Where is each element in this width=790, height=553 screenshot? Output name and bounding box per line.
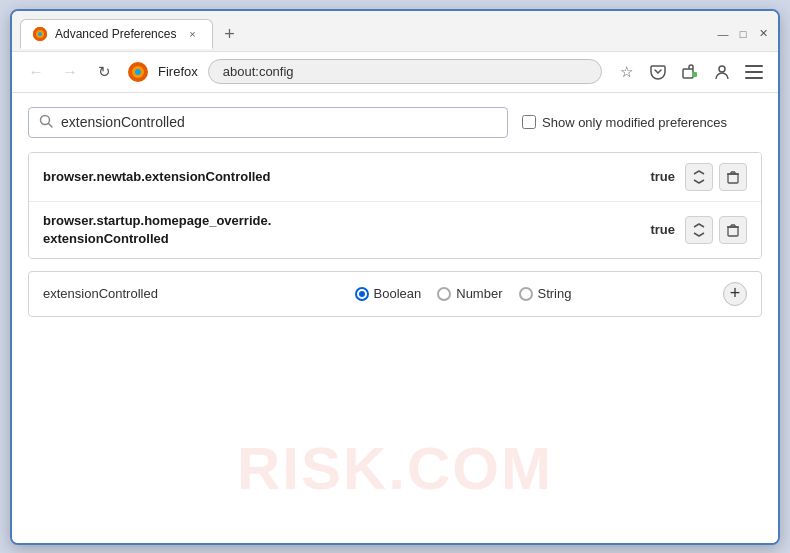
hamburger-line-3 (745, 77, 763, 79)
number-radio-circle (437, 287, 451, 301)
search-row: Show only modified preferences (28, 107, 762, 138)
browser-name-label: Firefox (158, 64, 198, 79)
pref-name-1: browser.newtab.extensionControlled (43, 169, 638, 184)
content-area: RISK.COM Show only modified preferences (12, 93, 778, 543)
show-modified-label: Show only modified preferences (542, 115, 727, 130)
delete-icon (726, 170, 740, 184)
boolean-radio-option[interactable]: Boolean (355, 286, 422, 301)
pref-name-2: browser.startup.homepage_override. exten… (43, 212, 638, 248)
hamburger-line-1 (745, 65, 763, 67)
show-modified-checkbox[interactable] (522, 115, 536, 129)
boolean-radio-circle (355, 287, 369, 301)
ext-svg-icon (682, 64, 698, 80)
nav-icons: ☆ (612, 58, 768, 86)
tab-strip: Advanced Preferences × + (20, 19, 704, 49)
bookmark-icon[interactable]: ☆ (612, 58, 640, 86)
tab-favicon (33, 27, 47, 41)
new-pref-name-label: extensionControlled (43, 286, 203, 301)
svg-point-2 (38, 32, 42, 36)
pref-actions-2 (685, 216, 747, 244)
delete-button-1[interactable] (719, 163, 747, 191)
preferences-table: browser.newtab.extensionControlled true (28, 152, 762, 259)
pref-name-2-line2: extensionControlled (43, 230, 638, 248)
window-controls: — □ ✕ (716, 27, 770, 41)
profile-svg-icon (714, 64, 730, 80)
show-modified-row: Show only modified preferences (522, 115, 727, 130)
pocket-svg-icon (650, 64, 666, 80)
menu-button[interactable] (740, 58, 768, 86)
add-preference-button[interactable]: + (723, 282, 747, 306)
toggle-icon (691, 169, 707, 185)
type-radio-group: Boolean Number String (213, 286, 713, 301)
new-tab-button[interactable]: + (215, 21, 243, 49)
pref-value-1: true (650, 169, 675, 184)
back-button[interactable]: ← (22, 58, 50, 86)
string-radio-label: String (538, 286, 572, 301)
toggle-button-1[interactable] (685, 163, 713, 191)
browser-window: Advanced Preferences × + — □ ✕ ← → ↻ Fir… (10, 9, 780, 545)
svg-rect-11 (728, 174, 738, 183)
active-tab[interactable]: Advanced Preferences × (20, 19, 213, 49)
refresh-button[interactable]: ↻ (90, 58, 118, 86)
address-text: about:config (223, 64, 294, 79)
toggle-button-2[interactable] (685, 216, 713, 244)
tab-title: Advanced Preferences (55, 27, 176, 41)
minimize-button[interactable]: — (716, 27, 730, 41)
svg-point-8 (719, 66, 725, 72)
table-row[interactable]: browser.newtab.extensionControlled true (29, 153, 761, 202)
watermark: RISK.COM (237, 434, 553, 503)
close-button[interactable]: ✕ (756, 27, 770, 41)
new-preference-row: extensionControlled Boolean Number Strin… (28, 271, 762, 317)
svg-rect-7 (692, 72, 697, 77)
firefox-logo-icon (128, 62, 148, 82)
search-icon (39, 114, 53, 131)
table-row[interactable]: browser.startup.homepage_override. exten… (29, 202, 761, 258)
title-bar: Advanced Preferences × + — □ ✕ (12, 11, 778, 51)
svg-line-10 (49, 123, 53, 127)
string-radio-option[interactable]: String (519, 286, 572, 301)
string-radio-circle (519, 287, 533, 301)
delete-button-2[interactable] (719, 216, 747, 244)
profile-icon[interactable] (708, 58, 736, 86)
number-radio-option[interactable]: Number (437, 286, 502, 301)
pref-name-2-line1: browser.startup.homepage_override. (43, 212, 638, 230)
pref-actions-1 (685, 163, 747, 191)
number-radio-label: Number (456, 286, 502, 301)
maximize-button[interactable]: □ (736, 27, 750, 41)
forward-button[interactable]: → (56, 58, 84, 86)
boolean-radio-label: Boolean (374, 286, 422, 301)
pref-value-2: true (650, 222, 675, 237)
tab-close-button[interactable]: × (184, 26, 200, 42)
address-bar[interactable]: about:config (208, 59, 602, 84)
nav-bar: ← → ↻ Firefox about:config ☆ (12, 51, 778, 93)
pocket-icon[interactable] (644, 58, 672, 86)
svg-rect-6 (683, 69, 693, 78)
extension-icon[interactable] (676, 58, 704, 86)
delete-icon (726, 223, 740, 237)
preference-search-box[interactable] (28, 107, 508, 138)
search-input[interactable] (61, 114, 497, 130)
toggle-icon (691, 222, 707, 238)
svg-point-5 (135, 69, 141, 75)
hamburger-line-2 (745, 71, 763, 73)
svg-rect-16 (728, 227, 738, 236)
